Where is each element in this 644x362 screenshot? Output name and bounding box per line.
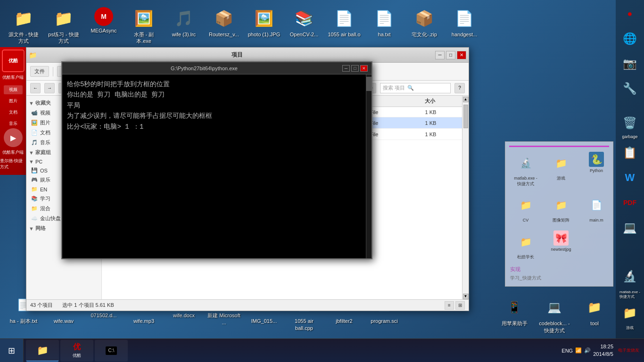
taskbar-explorer-app[interactable]: 📁 (26, 340, 59, 362)
forward-button[interactable]: → (44, 83, 55, 93)
console-line: 平局 (67, 100, 361, 111)
du-teacher-icon[interactable]: 📁 杜皓学长 (509, 228, 542, 263)
close-button[interactable]: ✕ (457, 51, 466, 59)
youku-nav-doc[interactable]: 文档 (4, 108, 23, 117)
taskbar-apps: 📁 优 优酷 C:\ (24, 339, 557, 362)
desktop-icon-zhaiwenhua[interactable]: 📦 宅文化-.zip (405, 5, 443, 47)
desktop-icon-mega[interactable]: M MEGAsync (85, 5, 123, 47)
search-placeholder: 搜索 项目 (383, 84, 405, 91)
sidebar-icon-pdf[interactable]: PDF (619, 191, 641, 214)
console-taskbar-icon: C:\ (106, 346, 117, 355)
icon-label: 源文件 - 快捷方式 (7, 31, 40, 45)
sidebar-icon-3[interactable]: 📷 (619, 52, 641, 75)
taskbar-lang: ENG (561, 348, 573, 354)
console-minimize-btn[interactable]: ─ (342, 65, 350, 72)
sidebar-label: 学习 (40, 195, 50, 202)
icon-label: wife.wav (54, 318, 74, 324)
sidebar-icon-6[interactable]: 💻 (619, 216, 641, 239)
image-matrix-label: 图像矩阵 (553, 218, 570, 223)
console-line: 比分<玩家：电脑> 1 ：1 (67, 122, 361, 132)
taskbar-youku-app[interactable]: 优 优酷 (60, 340, 93, 362)
desktop-icon-ha[interactable]: 📄 ha.txt (365, 5, 403, 47)
console-line: 为了减少误判，请尽可能将手占据尽可能大的框框 (67, 111, 361, 121)
python-desktop-icon[interactable]: 🐍 Python (580, 149, 613, 189)
icon-label: photo (1).JPG (248, 31, 280, 38)
desktop-icon-source[interactable]: 📁 源文件 - 快捷方式 (5, 5, 42, 47)
image-icon: 🖼️ (31, 120, 38, 126)
search-box[interactable]: 搜索 项目 🔍 (380, 83, 451, 93)
newtest-label: newtestjpg (551, 247, 571, 253)
view-details-btn[interactable]: ≡ (445, 301, 454, 310)
matlab-sidebar-icon[interactable]: 🔬 (619, 265, 641, 288)
youku-taskbar-label: 优酷 (73, 353, 81, 359)
newtest-image-icon: 🎀 (553, 230, 569, 246)
console-scrollbar[interactable] (366, 74, 372, 258)
taskbar-right: ENG 📶 🔊 18:25 2014/8/5 电子发烧友 (557, 343, 644, 358)
scroll-up[interactable]: ▲ (463, 97, 469, 102)
desktop-icon-photo[interactable]: 🖼️ photo (1).JPG (245, 5, 283, 47)
maximize-button[interactable]: □ (446, 51, 455, 59)
search-icon: 🔍 (407, 85, 414, 91)
desktop-icon-opencv[interactable]: 📚 OpenCV-2... (285, 5, 323, 47)
game-icon-label: 游戏 (557, 176, 565, 181)
right-icon-panel: 🔬 matlab.exe - 快捷方式 📁 游戏 🐍 Python 📁 CV 📁… (505, 141, 613, 287)
youku-nav-image[interactable]: 图片 (4, 97, 23, 106)
game-icon[interactable]: 📁 游戏 (545, 149, 578, 189)
icon-label: MEGAsync (91, 27, 116, 34)
icon-label: ha.txt (378, 31, 391, 38)
console-scrollbar-thumb[interactable] (366, 77, 372, 91)
python-app-icon: 🐍 (589, 152, 604, 167)
icon-label: 宅文化-.zip (412, 31, 437, 38)
garbage-icon[interactable]: 🗑️ (619, 112, 641, 134)
col-size[interactable]: 大小 (421, 96, 462, 107)
image-matrix-icon[interactable]: 📁 图像矩阵 (545, 191, 578, 226)
youku-nav-video[interactable]: 视频 (4, 85, 23, 94)
youku-play-btn[interactable]: ▶ (4, 128, 23, 147)
console-close-btn[interactable]: ✕ (360, 65, 368, 72)
sidebar-icon-2[interactable]: 🌐 (619, 27, 641, 50)
file-button[interactable]: 文件 (30, 66, 49, 77)
desktop-icon-handgest[interactable]: 📄 handgest... (446, 5, 483, 47)
matlab-icon[interactable]: 🔬 matlab.exe - 快捷方式 (509, 149, 542, 189)
youku-sidebar: 优酷 优酷客户端 视频 图片 文档 音乐 ▶ 优酷客户端 查尔德-快捷方式 (0, 47, 26, 175)
sidebar-icon-4[interactable]: 🔧 (619, 77, 641, 100)
minimize-button[interactable]: ─ (435, 51, 445, 59)
youku-logo[interactable]: 优酷 (2, 49, 25, 72)
clock-time: 18:25 (593, 343, 613, 350)
music-icon: 🎵 (31, 140, 38, 146)
scroll-down[interactable]: ▼ (463, 294, 469, 299)
console-title: G:\Python27bit64\python.exe (66, 66, 342, 71)
sidebar-icon-w[interactable]: W (619, 166, 641, 189)
view-large-btn[interactable]: ⊞ (455, 301, 465, 310)
game-label: 游戏 (626, 325, 634, 330)
window-controls: ─ □ ✕ (435, 51, 466, 59)
cv-icon[interactable]: 📁 CV (509, 191, 542, 226)
doc-icon: 📄 (31, 130, 38, 136)
sidebar-icon-5[interactable]: 📋 (619, 141, 641, 164)
back-button[interactable]: ← (30, 83, 41, 93)
start-button[interactable]: ⊞ (0, 339, 24, 362)
help-button[interactable]: ? (454, 83, 465, 93)
icon-label: handgest... (452, 31, 477, 38)
drive-icon: 💾 (31, 167, 38, 173)
content-scrollbar[interactable]: ▲ ▼ (462, 96, 469, 299)
panel-icons-grid: 🔬 matlab.exe - 快捷方式 📁 游戏 🐍 Python 📁 CV 📁… (509, 149, 609, 263)
game-sidebar-icon[interactable]: 📁 (619, 302, 641, 324)
desktop-icon-wife-lrc[interactable]: 🎵 wife (3).lrc (165, 5, 203, 47)
desktop-icon-shuidiao[interactable]: 🖼️ 水墨 - 副本.exe (125, 5, 163, 47)
scroll-thumb[interactable] (463, 105, 468, 128)
newtest-icon[interactable]: 🎀 newtestjpg (545, 228, 578, 263)
icon-label: jbfilter2 (336, 318, 352, 324)
desktop-icon-airball[interactable]: 📄 1055 air ball.o (325, 5, 363, 47)
sidebar-label: 网络 (35, 225, 46, 232)
icon-label: 071502.d... (91, 312, 116, 319)
taskbar-console-app[interactable]: C:\ (95, 340, 128, 362)
main-m-icon[interactable]: 📄 main.m (580, 191, 613, 226)
sidebar-label: 金山快盘 (40, 215, 61, 222)
desktop-icon-routersz[interactable]: 📦 Routersz_v... (205, 5, 243, 47)
youku-nav-music[interactable]: 音乐 (4, 119, 23, 128)
console-maximize-btn[interactable]: □ (351, 65, 359, 72)
desktop-icon-ps[interactable]: 📁 ps练习 - 快捷方式 (45, 5, 83, 47)
sidebar-icon-1[interactable]: ● (619, 2, 641, 25)
photo-icon: 🖼️ (253, 7, 275, 30)
